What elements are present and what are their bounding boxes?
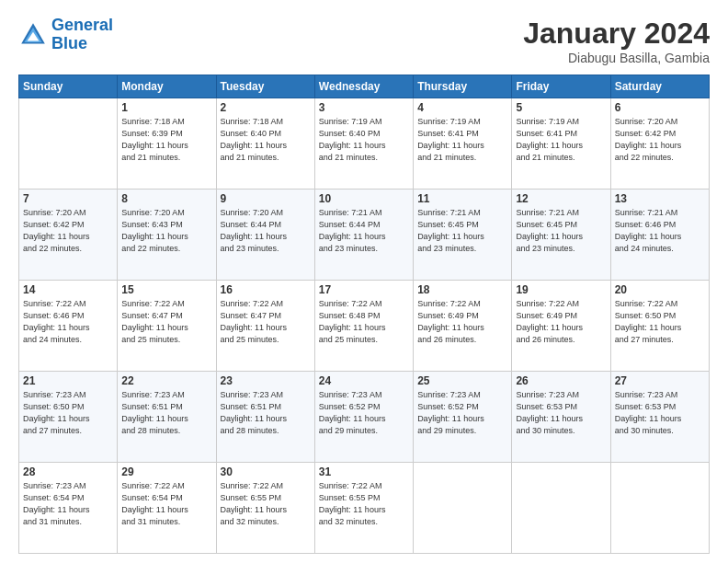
day-info: Sunrise: 7:21 AM Sunset: 6:44 PM Dayligh… xyxy=(319,207,409,255)
day-info: Sunrise: 7:22 AM Sunset: 6:50 PM Dayligh… xyxy=(615,298,705,346)
day-number: 30 xyxy=(221,465,311,478)
day-number: 3 xyxy=(319,101,409,114)
calendar-cell: 1Sunrise: 7:18 AM Sunset: 6:39 PM Daylig… xyxy=(118,98,216,190)
calendar-cell: 7Sunrise: 7:20 AM Sunset: 6:42 PM Daylig… xyxy=(19,190,118,281)
day-number: 1 xyxy=(121,101,211,114)
calendar-cell: 12Sunrise: 7:21 AM Sunset: 6:45 PM Dayli… xyxy=(512,190,610,281)
calendar-cell: 29Sunrise: 7:22 AM Sunset: 6:54 PM Dayli… xyxy=(118,463,216,554)
calendar-cell: 21Sunrise: 7:23 AM Sunset: 6:50 PM Dayli… xyxy=(19,372,118,463)
day-info: Sunrise: 7:22 AM Sunset: 6:49 PM Dayligh… xyxy=(417,298,507,346)
day-header-wednesday: Wednesday xyxy=(314,75,413,98)
day-number: 12 xyxy=(516,192,606,205)
day-number: 7 xyxy=(23,192,113,205)
calendar-cell: 17Sunrise: 7:22 AM Sunset: 6:48 PM Dayli… xyxy=(314,281,413,372)
calendar-cell: 28Sunrise: 7:23 AM Sunset: 6:54 PM Dayli… xyxy=(19,463,118,554)
calendar-cell: 11Sunrise: 7:21 AM Sunset: 6:45 PM Dayli… xyxy=(414,190,512,281)
day-number: 26 xyxy=(516,374,606,387)
day-info: Sunrise: 7:22 AM Sunset: 6:48 PM Dayligh… xyxy=(319,298,409,346)
day-number: 6 xyxy=(615,101,705,114)
calendar-cell: 9Sunrise: 7:20 AM Sunset: 6:44 PM Daylig… xyxy=(216,190,314,281)
logo-line2: Blue xyxy=(51,34,87,52)
day-number: 22 xyxy=(121,374,211,387)
week-row-2: 7Sunrise: 7:20 AM Sunset: 6:42 PM Daylig… xyxy=(19,190,710,281)
calendar-cell: 10Sunrise: 7:21 AM Sunset: 6:44 PM Dayli… xyxy=(314,190,413,281)
calendar-cell: 14Sunrise: 7:22 AM Sunset: 6:46 PM Dayli… xyxy=(19,281,118,372)
day-header-sunday: Sunday xyxy=(19,75,118,98)
day-info: Sunrise: 7:20 AM Sunset: 6:42 PM Dayligh… xyxy=(23,207,113,255)
calendar-cell: 2Sunrise: 7:18 AM Sunset: 6:40 PM Daylig… xyxy=(216,98,314,190)
day-info: Sunrise: 7:20 AM Sunset: 6:42 PM Dayligh… xyxy=(615,116,705,164)
week-row-4: 21Sunrise: 7:23 AM Sunset: 6:50 PM Dayli… xyxy=(19,372,710,463)
day-info: Sunrise: 7:18 AM Sunset: 6:40 PM Dayligh… xyxy=(221,116,311,164)
day-header-tuesday: Tuesday xyxy=(216,75,314,98)
day-info: Sunrise: 7:22 AM Sunset: 6:46 PM Dayligh… xyxy=(23,298,113,346)
day-number: 4 xyxy=(417,101,507,114)
day-info: Sunrise: 7:23 AM Sunset: 6:54 PM Dayligh… xyxy=(23,480,113,528)
main-title: January 2024 xyxy=(523,17,710,51)
day-number: 16 xyxy=(221,283,311,296)
day-info: Sunrise: 7:22 AM Sunset: 6:55 PM Dayligh… xyxy=(319,480,409,528)
day-info: Sunrise: 7:23 AM Sunset: 6:51 PM Dayligh… xyxy=(121,389,211,437)
logo-icon xyxy=(18,20,48,50)
day-info: Sunrise: 7:22 AM Sunset: 6:54 PM Dayligh… xyxy=(121,480,211,528)
day-number: 13 xyxy=(615,192,705,205)
day-number: 10 xyxy=(319,192,409,205)
day-number: 17 xyxy=(319,283,409,296)
day-info: Sunrise: 7:23 AM Sunset: 6:53 PM Dayligh… xyxy=(615,389,705,437)
calendar-cell: 19Sunrise: 7:22 AM Sunset: 6:49 PM Dayli… xyxy=(512,281,610,372)
calendar-cell xyxy=(414,463,512,554)
calendar-cell: 30Sunrise: 7:22 AM Sunset: 6:55 PM Dayli… xyxy=(216,463,314,554)
day-number: 23 xyxy=(221,374,311,387)
day-info: Sunrise: 7:23 AM Sunset: 6:50 PM Dayligh… xyxy=(23,389,113,437)
calendar-cell: 24Sunrise: 7:23 AM Sunset: 6:52 PM Dayli… xyxy=(314,372,413,463)
day-number: 2 xyxy=(221,101,311,114)
calendar-cell: 3Sunrise: 7:19 AM Sunset: 6:40 PM Daylig… xyxy=(314,98,413,190)
day-info: Sunrise: 7:19 AM Sunset: 6:41 PM Dayligh… xyxy=(516,116,606,164)
calendar-cell: 8Sunrise: 7:20 AM Sunset: 6:43 PM Daylig… xyxy=(118,190,216,281)
day-number: 31 xyxy=(319,465,409,478)
day-info: Sunrise: 7:21 AM Sunset: 6:45 PM Dayligh… xyxy=(417,207,507,255)
day-number: 29 xyxy=(121,465,211,478)
calendar-cell: 16Sunrise: 7:22 AM Sunset: 6:47 PM Dayli… xyxy=(216,281,314,372)
day-number: 8 xyxy=(121,192,211,205)
day-header-monday: Monday xyxy=(118,75,216,98)
calendar-cell: 13Sunrise: 7:21 AM Sunset: 6:46 PM Dayli… xyxy=(610,190,709,281)
calendar-table: SundayMondayTuesdayWednesdayThursdayFrid… xyxy=(18,75,710,554)
calendar-cell xyxy=(610,463,709,554)
calendar-cell xyxy=(512,463,610,554)
week-row-3: 14Sunrise: 7:22 AM Sunset: 6:46 PM Dayli… xyxy=(19,281,710,372)
day-header-friday: Friday xyxy=(512,75,610,98)
day-info: Sunrise: 7:19 AM Sunset: 6:40 PM Dayligh… xyxy=(319,116,409,164)
day-number: 19 xyxy=(516,283,606,296)
title-block: January 2024 Diabugu Basilla, Gambia xyxy=(523,17,710,65)
day-header-saturday: Saturday xyxy=(610,75,709,98)
day-number: 28 xyxy=(23,465,113,478)
subtitle: Diabugu Basilla, Gambia xyxy=(523,51,710,65)
logo-line1: General xyxy=(51,16,113,34)
calendar-cell: 26Sunrise: 7:23 AM Sunset: 6:53 PM Dayli… xyxy=(512,372,610,463)
day-info: Sunrise: 7:23 AM Sunset: 6:52 PM Dayligh… xyxy=(319,389,409,437)
day-number: 27 xyxy=(615,374,705,387)
calendar-cell xyxy=(19,98,118,190)
day-info: Sunrise: 7:19 AM Sunset: 6:41 PM Dayligh… xyxy=(417,116,507,164)
day-info: Sunrise: 7:21 AM Sunset: 6:45 PM Dayligh… xyxy=(516,207,606,255)
day-number: 25 xyxy=(417,374,507,387)
day-number: 5 xyxy=(516,101,606,114)
day-number: 15 xyxy=(121,283,211,296)
day-number: 20 xyxy=(615,283,705,296)
calendar-cell: 18Sunrise: 7:22 AM Sunset: 6:49 PM Dayli… xyxy=(414,281,512,372)
calendar-cell: 25Sunrise: 7:23 AM Sunset: 6:52 PM Dayli… xyxy=(414,372,512,463)
calendar-cell: 4Sunrise: 7:19 AM Sunset: 6:41 PM Daylig… xyxy=(414,98,512,190)
calendar-cell: 27Sunrise: 7:23 AM Sunset: 6:53 PM Dayli… xyxy=(610,372,709,463)
calendar-cell: 20Sunrise: 7:22 AM Sunset: 6:50 PM Dayli… xyxy=(610,281,709,372)
day-number: 24 xyxy=(319,374,409,387)
day-number: 21 xyxy=(23,374,113,387)
day-info: Sunrise: 7:22 AM Sunset: 6:55 PM Dayligh… xyxy=(221,480,311,528)
day-info: Sunrise: 7:21 AM Sunset: 6:46 PM Dayligh… xyxy=(615,207,705,255)
day-info: Sunrise: 7:22 AM Sunset: 6:47 PM Dayligh… xyxy=(121,298,211,346)
day-number: 9 xyxy=(221,192,311,205)
day-number: 11 xyxy=(417,192,507,205)
days-header-row: SundayMondayTuesdayWednesdayThursdayFrid… xyxy=(19,75,710,98)
calendar-cell: 23Sunrise: 7:23 AM Sunset: 6:51 PM Dayli… xyxy=(216,372,314,463)
day-number: 18 xyxy=(417,283,507,296)
